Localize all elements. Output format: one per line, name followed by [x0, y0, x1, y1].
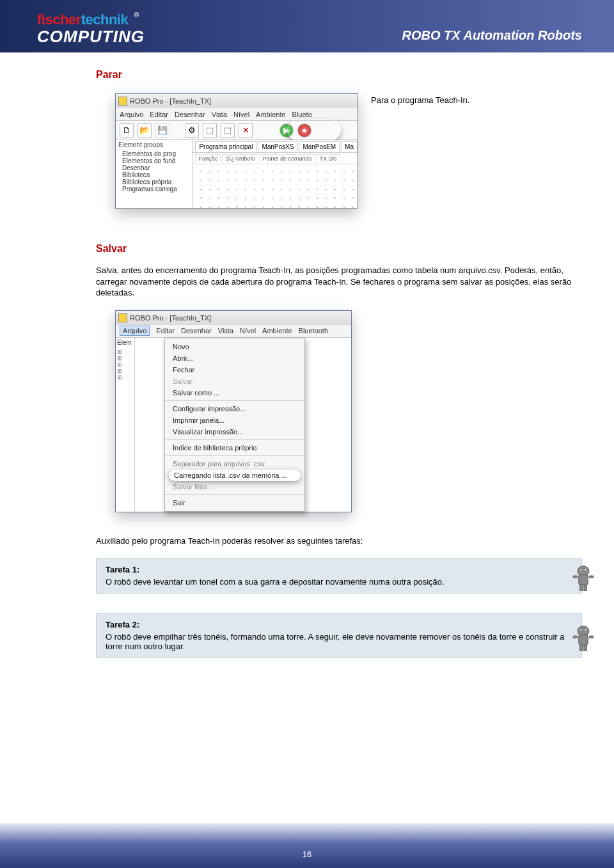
brand-part2: technik — [81, 12, 129, 28]
subtab[interactable]: TX Dis — [317, 154, 340, 162]
menu-item: Salvar — [165, 375, 304, 387]
tool-icon[interactable]: ⬚ — [221, 123, 235, 138]
task-2-box: Tarefa 2: O robô deve empilhar três toné… — [96, 613, 582, 658]
tree-header: Element groups — [118, 141, 189, 148]
brand-registered: ® — [134, 12, 139, 19]
menu-separator — [165, 494, 304, 495]
task2-body: O robô deve empilhar três tonéis, forman… — [106, 632, 572, 651]
tool-icon[interactable]: ⚙ — [185, 123, 199, 138]
sc1-toolbar: 🗋 📂 💾 ⚙ ⬚ ⬚ ✕ ▶ ● — [116, 121, 358, 140]
brand-sub: COMPUTING — [37, 27, 145, 47]
brand-logo: fischertechnik ® — [37, 12, 145, 28]
sc2-menubar: Arquivo Editar Desenhar Vista Nível Ambi… — [116, 325, 351, 338]
svg-rect-12 — [580, 645, 583, 651]
svg-rect-5 — [584, 585, 587, 591]
tab[interactable]: Programa principal — [195, 141, 256, 152]
menu-item[interactable]: Ambiente — [262, 327, 292, 335]
task2-title: Tarefa 2: — [106, 620, 572, 629]
menu-item[interactable]: Visualizar impressão... — [165, 426, 304, 438]
tree-item[interactable]: Desenhar — [122, 164, 189, 171]
play-icon[interactable]: ▶ — [279, 123, 294, 138]
tool-icon[interactable]: ⬚ — [203, 123, 217, 138]
menu-item[interactable]: Nível — [240, 327, 256, 335]
section-salvar-title: Salvar — [96, 243, 582, 255]
sc1-window: ROBO Pro - [TeachIn_TX] Arquivo Editar D… — [115, 93, 358, 209]
svg-rect-13 — [584, 645, 587, 651]
menu-item[interactable]: Desenhar — [175, 111, 205, 118]
menu-item[interactable]: Novo — [165, 341, 304, 352]
sc1-titlebar: ROBO Pro - [TeachIn_TX] — [116, 94, 358, 108]
app-icon — [118, 97, 127, 106]
tab[interactable]: Ma — [341, 141, 358, 152]
sc1-tree: Element groups Elementos do prog Element… — [116, 140, 193, 208]
screenshot-2: ROBO Pro - [TeachIn_TX] Arquivo Editar D… — [115, 310, 582, 512]
tab[interactable]: ManPosXS — [258, 141, 297, 152]
svg-point-6 — [580, 569, 583, 571]
tree-item[interactable]: Biblioteca própria — [122, 178, 189, 185]
content-column: Parar ROBO Pro - [TeachIn_TX] Arquivo Ed… — [96, 64, 582, 661]
menu-item-highlighted[interactable]: Carregando lista .csv da memória ... — [169, 470, 301, 481]
sc2-title: ROBO Pro - [TeachIn_TX] — [130, 314, 211, 322]
section-parar-title: Parar — [96, 69, 582, 81]
svg-point-15 — [585, 629, 587, 631]
open-icon[interactable]: 📂 — [138, 123, 152, 138]
brand-part1: fischer — [37, 12, 81, 28]
subtab[interactable]: Função — [195, 154, 221, 162]
svg-rect-11 — [589, 636, 594, 638]
new-icon[interactable]: 🗋 — [120, 123, 134, 138]
menu-item[interactable]: Sair — [165, 497, 304, 509]
subtab[interactable]: Sí¿½mbolo — [222, 154, 258, 162]
elem-label: Elem — [117, 339, 133, 346]
menu-item[interactable]: Ambiente — [256, 111, 285, 118]
menu-item[interactable]: Editar — [156, 327, 175, 335]
menu-item[interactable]: Fechar — [165, 364, 304, 375]
aux-text: Auxiliado pelo programa Teach-In poderás… — [96, 535, 582, 547]
svg-rect-4 — [580, 585, 583, 591]
menu-item[interactable]: Salvar lista ... — [165, 481, 304, 493]
menu-item[interactable]: Nível — [233, 111, 249, 118]
menu-item[interactable]: Arquivo — [120, 111, 143, 118]
svg-point-7 — [585, 569, 587, 571]
task1-title: Tarefa 1: — [106, 565, 572, 574]
svg-point-14 — [580, 629, 583, 631]
tree-item[interactable]: Programas carrega — [122, 185, 189, 193]
task-mascot-icon — [565, 557, 602, 594]
svg-rect-2 — [573, 576, 578, 578]
svg-rect-9 — [579, 635, 588, 645]
menu-item[interactable]: Blueto — [292, 111, 312, 118]
task1-body: O robô deve levantar um tonel com a sua … — [106, 577, 572, 587]
menu-item[interactable]: Separador para arquivos .csv — [165, 458, 304, 470]
tab[interactable]: ManPosEM — [299, 141, 340, 152]
delete-icon[interactable]: ✕ — [239, 123, 253, 138]
task-mascot-icon — [565, 617, 602, 654]
menu-item[interactable]: Bluetooth — [299, 327, 328, 335]
tree-item[interactable]: Biblioteca — [122, 171, 189, 178]
save-icon[interactable]: 💾 — [155, 123, 169, 138]
sc1-canvas: Programa principal ManPosXS ManPosEM Ma … — [193, 140, 358, 208]
page-number: 16 — [303, 849, 311, 859]
menu-item[interactable]: Salvar como ... — [165, 387, 304, 398]
tree-item[interactable]: Elementos do prog — [122, 150, 189, 157]
sc1-menubar: Arquivo Editar Desenhar Vista Nível Ambi… — [116, 108, 358, 121]
menu-item[interactable]: Editar — [150, 111, 168, 118]
menu-item[interactable]: Configurar impressão... — [165, 403, 304, 414]
menu-arquivo-open[interactable]: Arquivo — [120, 326, 150, 336]
menu-item[interactable]: Índice de biblioteca próprio — [165, 442, 304, 454]
subtab[interactable]: Painel de comando — [260, 154, 315, 162]
menu-item[interactable]: Vista — [212, 111, 227, 118]
footer-band: 16 — [0, 823, 614, 868]
stop-icon[interactable]: ● — [297, 123, 311, 138]
svg-rect-10 — [573, 636, 578, 638]
menu-separator — [165, 400, 304, 401]
menu-item[interactable]: Vista — [218, 327, 233, 335]
toolbar-highlight-icon — [287, 119, 341, 141]
arquivo-dropdown: NovoAbrir...FecharSalvarSalvar como ...C… — [164, 338, 305, 512]
menu-separator — [165, 455, 304, 456]
task-1-box: Tarefa 1: O robô deve levantar um tonel … — [96, 558, 582, 594]
tree-item[interactable]: Elementos do fund — [122, 157, 189, 164]
menu-item[interactable]: Imprimir janela... — [165, 414, 304, 426]
sc2-titlebar: ROBO Pro - [TeachIn_TX] — [116, 311, 351, 325]
menu-item[interactable]: Desenhar — [181, 327, 212, 335]
section2-desc: Salva, antes do encerramento do programa… — [96, 265, 582, 299]
menu-item[interactable]: Abrir... — [165, 352, 304, 364]
